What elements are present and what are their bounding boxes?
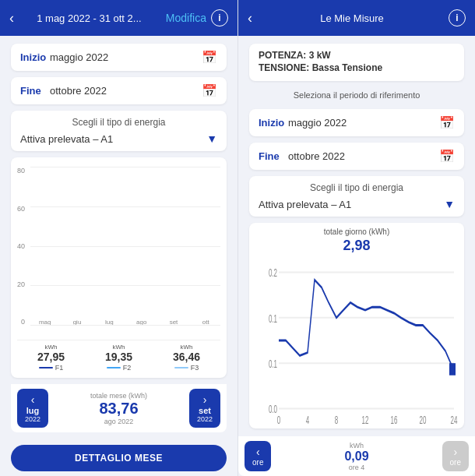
right-end-date-field[interactable]: Fine ottobre 2022 📅 [249, 143, 464, 170]
stat-f1-legend: F1 [17, 364, 85, 372]
stat-f3-legend: F3 [153, 364, 220, 372]
f1-legend-dot [39, 367, 53, 368]
right-next-arrow-icon: › [450, 446, 461, 458]
right-next-label: ore [450, 458, 461, 467]
left-energy-label: Scegli il tipo di energia [20, 117, 217, 128]
left-next-year: 2022 [195, 415, 214, 423]
left-totale-value: 83,76 [53, 400, 185, 418]
right-kwh-label: kWh [274, 442, 438, 450]
left-totale-label: totale mese (kWh) [53, 392, 185, 400]
left-energy-section: Scegli il tipo di energia Attiva preleva… [11, 111, 227, 151]
bar-x-label-set: set [170, 319, 178, 326]
right-start-label: Inizio [259, 117, 288, 129]
left-date-range: 1 mag 2022 - 31 ott 2... [17, 12, 161, 24]
period-label: Seleziona il periodo di riferimento [249, 87, 464, 103]
svg-text:4: 4 [306, 413, 310, 424]
right-energy-label: Scegli il tipo di energia [259, 182, 455, 193]
right-bottom-nav: ‹ ore kWh 0,09 ore 4 › ore [238, 436, 475, 476]
left-dropdown-arrow-icon: ▼ [206, 132, 217, 145]
svg-text:8: 8 [335, 413, 339, 424]
f1-legend-label: F1 [55, 364, 64, 372]
left-info-icon[interactable]: i [211, 9, 228, 26]
y-label-80: 80 [17, 167, 27, 175]
f2-legend-label: F2 [123, 364, 132, 372]
bar-x-label-ago: ago [136, 319, 146, 326]
svg-text:0.1: 0.1 [269, 312, 277, 326]
bar-lug: lug [95, 316, 124, 326]
bar-x-label-mag: mag [39, 319, 51, 326]
right-energy-value: Attiva prelevata – A1 [259, 199, 351, 210]
left-next-arrow-icon: › [195, 393, 214, 406]
stat-f1: kWh 27,95 F1 [17, 344, 85, 372]
line-chart-polyline [279, 280, 454, 371]
right-start-calendar-icon[interactable]: 📅 [439, 115, 455, 130]
right-title: Le Mie Misure [255, 12, 449, 24]
left-start-calendar-icon[interactable]: 📅 [202, 50, 217, 65]
bar-giu: giu [62, 316, 91, 326]
right-prev-button[interactable]: ‹ ore [245, 441, 271, 471]
left-start-label: Inizio [20, 51, 50, 63]
right-start-value: maggio 2022 [288, 117, 439, 129]
left-back-button[interactable]: ‹ [9, 10, 14, 26]
y-label-20: 20 [17, 280, 27, 288]
left-start-value: maggio 2022 [50, 51, 202, 63]
right-energy-select[interactable]: Attiva prelevata – A1 ▼ [259, 198, 455, 210]
right-header: ‹ Le Mie Misure i [238, 0, 475, 36]
stat-f1-unit: kWh [17, 344, 85, 351]
right-end-value: ottobre 2022 [288, 150, 439, 162]
stats-row: kWh 27,95 F1 kWh 19,35 F2 kWh [17, 340, 220, 375]
left-end-value: ottobre 2022 [50, 85, 202, 97]
bar-ago: ago [127, 316, 156, 326]
svg-text:0: 0 [277, 413, 281, 424]
left-end-date-field[interactable]: Fine ottobre 2022 📅 [11, 77, 227, 104]
left-chart-area: 80 60 40 20 0 [11, 157, 227, 378]
bar-set: set [159, 316, 188, 326]
stat-f2-value: 19,35 [85, 351, 153, 363]
bar-mag: mag [30, 316, 59, 326]
left-header: ‹ 1 mag 2022 - 31 ott 2... Modifica i [0, 0, 238, 36]
stat-f1-value: 27,95 [17, 351, 85, 363]
left-next-button[interactable]: › set 2022 [189, 389, 220, 428]
left-end-label: Fine [20, 85, 50, 97]
svg-text:16: 16 [391, 413, 398, 424]
svg-text:20: 20 [420, 413, 427, 424]
modifica-button[interactable]: Modifica [166, 12, 206, 24]
line-chart-svg: 0.2 0.1 0.1 0.0 0 4 8 12 16 20 24 [255, 257, 458, 424]
left-energy-value: Attiva prelevata – A1 [20, 133, 113, 145]
bar-x-label-ott: ott [202, 319, 209, 326]
right-energy-section: Scegli il tipo di energia Attiva preleva… [249, 176, 464, 217]
stat-f2: kWh 19,35 F2 [85, 344, 153, 372]
left-nav-center: totale mese (kWh) 83,76 ago 2022 [53, 392, 185, 425]
y-label-60: 60 [17, 205, 27, 213]
f3-legend-label: F3 [191, 364, 199, 372]
svg-text:0.1: 0.1 [269, 357, 277, 371]
right-prev-arrow-icon: ‹ [252, 446, 263, 458]
right-info-icon[interactable]: i [449, 9, 466, 26]
svg-text:12: 12 [362, 413, 369, 424]
left-energy-select[interactable]: Attiva prelevata – A1 ▼ [20, 132, 217, 145]
left-content: Inizio maggio 2022 📅 Fine ottobre 2022 📅… [0, 36, 238, 440]
right-next-button[interactable]: › ore [442, 441, 469, 471]
left-end-calendar-icon[interactable]: 📅 [202, 83, 217, 98]
left-start-date-field[interactable]: Inizio maggio 2022 📅 [11, 44, 227, 71]
stat-f3: kWh 36,46 F3 [153, 344, 220, 372]
left-prev-button[interactable]: ‹ lug 2022 [17, 389, 48, 428]
left-panel: ‹ 1 mag 2022 - 31 ott 2... Modifica i In… [0, 0, 238, 476]
stat-f3-unit: kWh [153, 344, 220, 351]
right-start-date-field[interactable]: Inizio maggio 2022 📅 [249, 109, 464, 136]
f3-legend-dot [174, 367, 188, 368]
right-back-button[interactable]: ‹ [248, 10, 252, 26]
line-chart-title: totale giorno (kWh) [255, 227, 458, 236]
left-prev-year: 2022 [23, 415, 42, 423]
y-label-0: 0 [21, 318, 27, 326]
f2-legend-dot [107, 367, 121, 368]
right-end-label: Fine [259, 150, 288, 162]
svg-text:24: 24 [451, 413, 458, 424]
right-nav-center: kWh 0,09 ore 4 [274, 442, 438, 471]
bar-ott: ott [192, 316, 220, 326]
y-label-40: 40 [17, 242, 27, 250]
dettaglio-button[interactable]: DETTAGLIO MESE [11, 445, 227, 471]
right-content: POTENZA: 3 kW TENSIONE: Bassa Tensione S… [238, 36, 475, 436]
stat-f2-legend: F2 [85, 364, 153, 372]
right-end-calendar-icon[interactable]: 📅 [439, 149, 455, 164]
